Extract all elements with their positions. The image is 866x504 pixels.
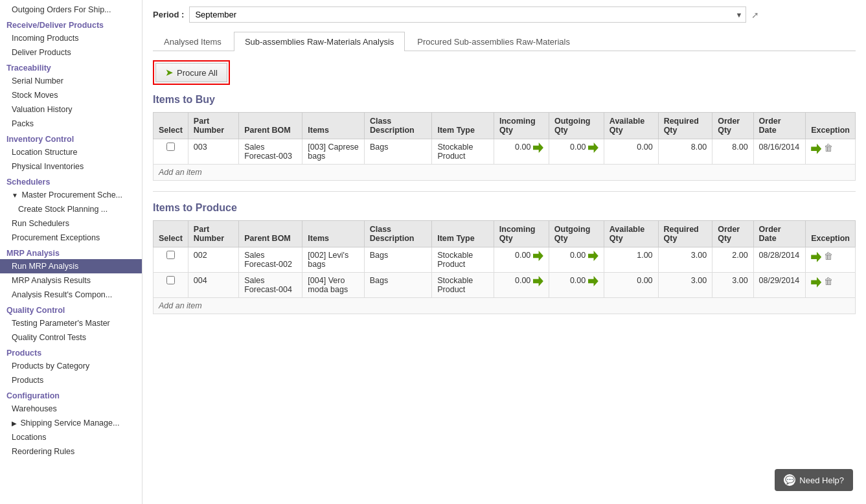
sidebar-section-quality-control: Quality Control bbox=[0, 302, 142, 316]
col-incoming-qty-buy: Incoming Qty bbox=[494, 113, 549, 139]
col-class-desc-produce: Class Description bbox=[364, 221, 432, 247]
row-items-produce-1[interactable]: [004] Vero moda bags bbox=[302, 273, 364, 298]
row-available-qty-produce-1: 0.00 bbox=[604, 273, 658, 298]
procure-all-button[interactable]: ➤ Procure All bbox=[155, 63, 227, 82]
sidebar-item-create-stock-planning[interactable]: Create Stock Planning ... bbox=[0, 202, 142, 216]
row-items-buy-0[interactable]: [003] Caprese bags bbox=[302, 139, 365, 165]
outgoing-arrow-icon-produce-1[interactable] bbox=[588, 276, 598, 286]
col-items-buy: Items bbox=[302, 113, 365, 139]
procure-all-wrapper: ➤ Procure All bbox=[153, 60, 230, 85]
add-item-row-produce[interactable]: Add an item bbox=[154, 298, 856, 314]
table-row: 004 Sales Forecast-004 [004] Vero moda b… bbox=[154, 273, 856, 298]
col-exception-produce: Exception bbox=[806, 221, 856, 247]
period-row: Period : September October November Dece… bbox=[153, 6, 856, 23]
row-parent-bom-buy-0: Sales Forecast-003 bbox=[239, 139, 302, 165]
sidebar-item-products-by-category[interactable]: Products by Category bbox=[0, 359, 142, 373]
row-part-number-produce-0[interactable]: 002 bbox=[188, 247, 238, 273]
sidebar-item-packs[interactable]: Packs bbox=[0, 117, 142, 131]
table-row: 003 Sales Forecast-003 [003] Caprese bag… bbox=[154, 139, 856, 165]
row-available-qty-produce-0: 1.00 bbox=[604, 247, 658, 273]
sidebar-item-run-mrp-analysis[interactable]: Run MRP Analysis bbox=[0, 259, 142, 273]
row-incoming-qty-produce-0: 0.00 bbox=[494, 247, 549, 273]
col-parent-bom-buy: Parent BOM bbox=[239, 113, 302, 139]
main-content: Period : September October November Dece… bbox=[142, 0, 866, 504]
sidebar-item-incoming-products[interactable]: Incoming Products bbox=[0, 31, 142, 45]
tab-procured-sub-assemblies[interactable]: Procured Sub-assemblies Raw-Materials bbox=[406, 32, 581, 51]
row-order-date-buy-0: 08/16/2014 bbox=[753, 139, 806, 165]
row-exception-produce-0: 🗑 bbox=[806, 247, 856, 273]
row-select-produce-0[interactable] bbox=[154, 247, 188, 273]
select-checkbox-produce-0[interactable] bbox=[166, 251, 175, 259]
exception-arrow-icon-produce-0[interactable] bbox=[811, 252, 821, 262]
row-order-date-produce-0: 08/28/2014 bbox=[753, 247, 806, 273]
row-order-qty-buy-0: 8.00 bbox=[712, 139, 753, 165]
row-part-number-buy-0[interactable]: 003 bbox=[188, 139, 238, 165]
period-select[interactable]: September October November December bbox=[189, 6, 746, 23]
col-select-buy: Select bbox=[154, 113, 188, 139]
sidebar-item-serial-number[interactable]: Serial Number bbox=[0, 74, 142, 88]
sidebar-item-stock-moves[interactable]: Stock Moves bbox=[0, 88, 142, 102]
outgoing-arrow-icon-buy-0[interactable] bbox=[588, 143, 598, 153]
delete-icon-buy-0[interactable]: 🗑 bbox=[824, 143, 833, 153]
sidebar-item-products[interactable]: Products bbox=[0, 373, 142, 387]
sidebar-item-outgoing-orders[interactable]: Outgoing Orders For Ship... bbox=[0, 3, 142, 17]
incoming-arrow-icon-buy-0[interactable] bbox=[533, 143, 543, 153]
procure-arrow-icon: ➤ bbox=[165, 67, 174, 78]
row-select-buy-0[interactable] bbox=[154, 139, 188, 165]
row-incoming-qty-buy-0: 0.00 bbox=[494, 139, 549, 165]
sidebar-item-analysis-results-compon[interactable]: Analysis Result's Compon... bbox=[0, 288, 142, 302]
row-required-qty-produce-1: 3.00 bbox=[658, 273, 712, 298]
period-select-wrapper: September October November December ▼ bbox=[189, 6, 746, 23]
period-label: Period : bbox=[153, 10, 184, 19]
sidebar-item-location-structure[interactable]: Location Structure bbox=[0, 145, 142, 159]
col-item-type-buy: Item Type bbox=[432, 113, 494, 139]
row-items-produce-0[interactable]: [002] Levi's bags bbox=[302, 247, 364, 273]
sidebar-section-products: Products bbox=[0, 345, 142, 359]
tab-sub-assemblies[interactable]: Sub-assemblies Raw-Materials Analysis bbox=[234, 32, 405, 51]
col-order-date-buy: Order Date bbox=[753, 113, 806, 139]
items-to-produce-table: Select Part Number Parent BOM Items Clas… bbox=[153, 220, 856, 314]
collapse-arrow-icon: ▼ bbox=[12, 192, 18, 199]
delete-icon-produce-1[interactable]: 🗑 bbox=[824, 276, 833, 286]
col-order-date-produce: Order Date bbox=[753, 221, 806, 247]
sidebar-item-procurement-exceptions[interactable]: Procurement Exceptions bbox=[0, 231, 142, 245]
items-to-produce-title: Items to Produce bbox=[153, 202, 856, 214]
add-item-label-buy[interactable]: Add an item bbox=[154, 165, 856, 181]
sidebar-item-quality-control-tests[interactable]: Quality Control Tests bbox=[0, 330, 142, 345]
sidebar-item-testing-parameters-master[interactable]: Testing Parameter's Master bbox=[0, 316, 142, 330]
row-select-produce-1[interactable] bbox=[154, 273, 188, 298]
add-item-row-buy[interactable]: Add an item bbox=[154, 165, 856, 181]
sidebar-item-deliver-products[interactable]: Deliver Products bbox=[0, 45, 142, 60]
row-part-number-produce-1[interactable]: 004 bbox=[188, 273, 238, 298]
col-part-number-produce: Part Number bbox=[188, 221, 238, 247]
outgoing-arrow-icon-produce-0[interactable] bbox=[588, 251, 598, 261]
row-item-type-produce-1: Stockable Product bbox=[432, 273, 494, 298]
incoming-arrow-icon-produce-1[interactable] bbox=[533, 276, 543, 286]
table-row: 002 Sales Forecast-002 [002] Levi's bags… bbox=[154, 247, 856, 273]
row-incoming-qty-produce-1: 0.00 bbox=[494, 273, 549, 298]
select-checkbox-produce-1[interactable] bbox=[166, 276, 175, 284]
external-link-icon[interactable]: ➚ bbox=[751, 10, 759, 20]
sidebar-item-shipping-service-manage[interactable]: ▶ Shipping Service Manage... bbox=[0, 416, 142, 430]
sidebar-item-warehouses[interactable]: Warehouses bbox=[0, 402, 142, 416]
sidebar-item-physical-inventories[interactable]: Physical Inventories bbox=[0, 159, 142, 174]
sidebar-item-run-schedulers[interactable]: Run Schedulers bbox=[0, 216, 142, 231]
sidebar-item-valuation-history[interactable]: Valuation History bbox=[0, 102, 142, 117]
sidebar-item-mrp-analysis-results[interactable]: MRP Analysis Results bbox=[0, 273, 142, 288]
select-checkbox-buy-0[interactable] bbox=[166, 143, 175, 151]
delete-icon-produce-0[interactable]: 🗑 bbox=[824, 251, 833, 261]
incoming-arrow-icon-produce-0[interactable] bbox=[533, 251, 543, 261]
row-parent-bom-produce-1: Sales Forecast-004 bbox=[239, 273, 302, 298]
sidebar-item-reordering-rules[interactable]: Reordering Rules bbox=[0, 444, 142, 459]
col-items-produce: Items bbox=[302, 221, 364, 247]
sidebar-item-master-procurement[interactable]: ▼ Master Procurement Sche... bbox=[0, 188, 142, 202]
row-available-qty-buy-0: 0.00 bbox=[604, 139, 658, 165]
tab-analysed-items[interactable]: Analysed Items bbox=[153, 32, 233, 51]
row-class-desc-produce-1: Bags bbox=[364, 273, 432, 298]
help-button[interactable]: 💬 Need Help? bbox=[775, 469, 853, 491]
exception-arrow-icon-produce-1[interactable] bbox=[811, 277, 821, 288]
exception-arrow-icon-buy-0[interactable] bbox=[811, 144, 821, 154]
add-item-label-produce[interactable]: Add an item bbox=[154, 298, 856, 314]
sidebar-item-locations[interactable]: Locations bbox=[0, 430, 142, 444]
row-required-qty-buy-0: 8.00 bbox=[658, 139, 712, 165]
